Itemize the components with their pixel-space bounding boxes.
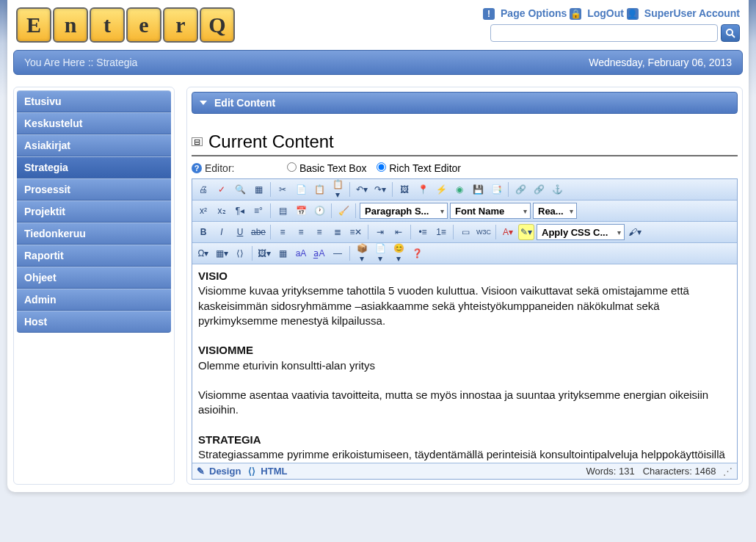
unlink-icon[interactable]: 🔗 xyxy=(531,181,547,198)
print-icon[interactable]: 🖨 xyxy=(195,181,211,198)
sidebar-item-asiakirjat[interactable]: Asiakirjat xyxy=(17,134,171,156)
find-replace-icon[interactable]: 🔍 xyxy=(232,181,248,198)
radio-basic[interactable]: Basic Text Box xyxy=(287,162,366,174)
page-icon[interactable]: 📄▾ xyxy=(372,245,388,261)
link-icon[interactable]: 🔗 xyxy=(512,181,528,198)
sidebar-item-keskustelut[interactable]: Keskustelut xyxy=(17,112,171,134)
insert-date-icon[interactable]: 📅 xyxy=(293,203,309,219)
rte-toolbar-row-4: Ω▾ ▦▾ ⟨⟩ 🖼▾ ▦ aA a̲A ― 📦▾ 📄▾ 😊▾ ❓ xyxy=(192,243,737,264)
paste-icon[interactable]: 📋 xyxy=(311,181,327,198)
module-manager-icon[interactable]: 📦▾ xyxy=(354,245,370,261)
indent-icon[interactable]: ⇥ xyxy=(372,224,388,240)
rte-content-area[interactable]: VISIO Visiomme kuvaa yrityksemme tahotti… xyxy=(192,264,737,463)
search-input[interactable] xyxy=(490,24,718,42)
sidebar-item-host[interactable]: Host xyxy=(17,311,171,333)
anchor-icon[interactable]: ⚓ xyxy=(549,181,565,198)
convert-lower-icon[interactable]: aA xyxy=(293,245,309,261)
format-paint-icon[interactable]: 🖌▾ xyxy=(627,224,643,240)
insert-time-icon[interactable]: 🕐 xyxy=(311,203,327,219)
italic-icon[interactable]: I xyxy=(214,224,230,240)
redo-icon[interactable]: ↷▾ xyxy=(372,181,388,198)
align-justify-icon[interactable]: ≣ xyxy=(330,224,346,240)
bold-icon[interactable]: B xyxy=(195,224,211,240)
sidebar-item-prosessit[interactable]: Prosessit xyxy=(17,178,171,200)
list-bullets-icon[interactable]: •≡ xyxy=(415,224,431,240)
insert-group-box-icon[interactable]: ▤ xyxy=(275,203,291,219)
list-numbers-icon[interactable]: 1≡ xyxy=(433,224,449,240)
image-manager-icon[interactable]: 🖼 xyxy=(396,181,412,198)
emoticon-icon[interactable]: 😊▾ xyxy=(390,245,407,261)
logo-tile: n xyxy=(53,7,88,43)
convert-upper-icon[interactable]: a̲A xyxy=(311,245,327,261)
sidebar-item-strategia[interactable]: Strategia xyxy=(17,156,171,178)
cut-icon[interactable]: ✂ xyxy=(275,181,291,198)
font-name-select[interactable]: Font Name xyxy=(450,203,531,219)
backcolor-icon[interactable]: ✎▾ xyxy=(518,224,534,240)
hr-icon[interactable]: ― xyxy=(330,245,346,261)
editor-label: ? Editor: xyxy=(192,162,287,174)
resize-handle-icon[interactable]: ⋰ xyxy=(723,466,733,477)
sidebar-item-tiedonkeruu[interactable]: Tiedonkeruu xyxy=(17,223,171,245)
search-button[interactable] xyxy=(721,24,740,42)
spellcheck-icon[interactable]: ✓ xyxy=(214,181,230,198)
radio-rich[interactable]: Rich Text Editor xyxy=(377,162,461,174)
sidebar-item-raportit[interactable]: Raportit xyxy=(17,245,171,267)
select-all-icon[interactable]: ▦ xyxy=(250,181,266,198)
apply-css-select[interactable]: Apply CSS C... xyxy=(537,224,625,240)
sidebar-item-projektit[interactable]: Projektit xyxy=(17,200,171,223)
new-paragraph-icon[interactable]: ≡° xyxy=(250,203,266,219)
media-icon[interactable]: ◉ xyxy=(451,181,468,198)
collapse-icon[interactable]: ⊟ xyxy=(192,137,203,146)
code-icon: ⟨⟩ xyxy=(248,466,258,477)
rte-stats: Words: 131 Characters: 1468 ⋰ xyxy=(586,466,733,477)
sidebar-item-etusivu[interactable]: Etusivu xyxy=(17,90,171,112)
paragraph-style-select[interactable]: Paragraph S... xyxy=(360,203,448,219)
align-center-icon[interactable]: ≡ xyxy=(293,224,309,240)
font-size-select[interactable]: Rea... xyxy=(533,203,577,219)
sidebar-item-ohjeet[interactable]: Ohjeet xyxy=(17,267,171,289)
help-icon[interactable]: ? xyxy=(192,163,202,173)
lock-icon: 🔒 xyxy=(570,8,581,20)
forecolor-icon[interactable]: A▾ xyxy=(500,224,516,240)
sidebar-item-admin[interactable]: Admin xyxy=(17,289,171,311)
outdent-icon[interactable]: ⇤ xyxy=(390,224,407,240)
align-left-icon[interactable]: ≡ xyxy=(275,224,291,240)
abs-position-icon[interactable]: ▦ xyxy=(275,245,291,261)
paste-word-icon[interactable]: 📋▾ xyxy=(330,181,346,198)
template-icon[interactable]: 📑 xyxy=(488,181,504,198)
user-icon: 👤 xyxy=(627,8,639,20)
subscript-icon[interactable]: x₂ xyxy=(214,203,230,219)
toggle-border-icon[interactable]: ▭ xyxy=(457,224,473,240)
symbol-icon[interactable]: Ω▾ xyxy=(195,245,211,261)
logo-tile: e xyxy=(126,7,161,43)
table-icon[interactable]: ▦▾ xyxy=(214,245,230,261)
image-icon[interactable]: 🖼▾ xyxy=(256,245,272,261)
html-mode-tab[interactable]: ⟨⟩HTML xyxy=(248,466,287,477)
page-options-link[interactable]: Page Options xyxy=(501,7,567,19)
design-mode-tab[interactable]: ✎Design xyxy=(197,466,241,477)
align-right-icon[interactable]: ≡ xyxy=(311,224,327,240)
undo-icon[interactable]: ↶▾ xyxy=(354,181,370,198)
image-map-icon[interactable]: 📍 xyxy=(415,181,431,198)
xhtml-validate-icon[interactable]: W3C xyxy=(476,224,492,240)
help-rte-icon[interactable]: ❓ xyxy=(409,245,425,261)
remove-align-icon[interactable]: ≡✕ xyxy=(348,224,364,240)
panel-header[interactable]: Edit Content xyxy=(192,92,738,114)
format-stripper-icon[interactable]: 🧹 xyxy=(335,203,352,219)
paragraph-icon[interactable]: ¶◂ xyxy=(232,203,248,219)
sidebar: EtusivuKeskustelutAsiakirjatStrategiaPro… xyxy=(13,87,175,485)
logo: EnterQ xyxy=(16,7,235,43)
underline-icon[interactable]: U xyxy=(232,224,248,240)
copy-icon[interactable]: 📄 xyxy=(293,181,309,198)
rte-toolbar-row-1: 🖨 ✓ 🔍 ▦ ✂ 📄 📋 📋▾ ↶▾ ↷▾ 🖼 📍 ⚡ ◉ xyxy=(192,179,737,200)
strikethrough-icon[interactable]: abe xyxy=(250,224,266,240)
document-manager-icon[interactable]: 💾 xyxy=(470,181,486,198)
logout-link[interactable]: LogOut xyxy=(587,7,624,19)
flash-icon[interactable]: ⚡ xyxy=(433,181,449,198)
superscript-icon[interactable]: x² xyxy=(195,203,211,219)
logo-tile: Q xyxy=(200,7,235,43)
account-link[interactable]: SuperUser Account xyxy=(644,7,740,19)
snippet-icon[interactable]: ⟨⟩ xyxy=(232,245,248,261)
logo-tile: t xyxy=(90,7,125,43)
breadcrumb-date: Wednesday, February 06, 2013 xyxy=(589,57,732,68)
